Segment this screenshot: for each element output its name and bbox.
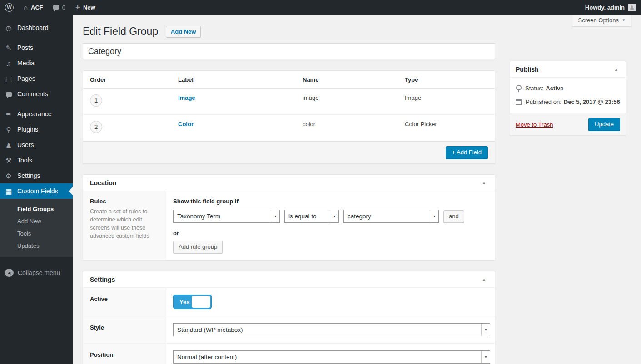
sidebar-item-media[interactable]: ♫ Media (0, 55, 73, 71)
sidebar-item-label: Posts (17, 44, 33, 51)
gear-icon: ⚙ (4, 172, 13, 179)
field-order-handle[interactable]: 2 (90, 121, 102, 133)
style-select[interactable]: Standard (WP metabox) (173, 323, 490, 336)
rule-param-select[interactable]: Taxonomy Term (173, 210, 280, 223)
add-field-button[interactable]: + Add Field (446, 146, 488, 159)
sidebar-item-label: Custom Fields (17, 187, 58, 195)
sidebar-item-label: Dashboard (17, 24, 49, 31)
submenu-item-tools[interactable]: Tools (0, 227, 73, 239)
position-select[interactable]: Normal (after content) (173, 350, 490, 364)
publish-title: Publish (516, 66, 539, 73)
admin-sidebar: ◴ Dashboard ✎ Posts ♫ Media ▤ Pages Comm… (0, 15, 73, 364)
position-setting-label: Position (83, 344, 166, 364)
column-header-label: Label (174, 71, 299, 89)
sidebar-item-label: Tools (17, 157, 32, 164)
location-title: Location (90, 179, 116, 187)
style-setting-label: Style (83, 316, 166, 343)
rule-operator-select[interactable]: is equal to (284, 210, 339, 223)
move-to-trash-link[interactable]: Move to Trash (516, 121, 553, 128)
collapse-panel-icon[interactable]: ▲ (612, 65, 620, 74)
toggle-on-label: Yes (179, 299, 189, 305)
settings-postbox: Settings ▲ Active Yes Style (83, 271, 495, 364)
column-header-name: Name (299, 71, 401, 89)
screen-options-tab[interactable]: Screen Options ▼ (572, 15, 631, 27)
sidebar-item-appearance[interactable]: ✒ Appearance (0, 106, 73, 122)
location-postbox: Location ▲ Rules Create a set of rules t… (83, 174, 495, 261)
add-and-rule-button[interactable]: and (443, 210, 464, 223)
table-row: 1 Image image Image (83, 89, 495, 115)
collapse-menu-label: Collapse menu (18, 269, 60, 276)
field-name: color (299, 115, 401, 141)
comments-count: 0 (62, 4, 65, 11)
field-order-handle[interactable]: 1 (90, 94, 102, 107)
sidebar-item-plugins[interactable]: ⚲ Plugins (0, 122, 73, 137)
sidebar-item-comments[interactable]: Comments (0, 86, 73, 102)
site-name-label: ACF (31, 4, 43, 11)
update-button[interactable]: Update (588, 118, 620, 131)
collapse-panel-icon[interactable]: ▲ (480, 275, 488, 284)
wp-logo-menu[interactable]: W (0, 0, 19, 15)
comments-menu[interactable]: 0 (48, 0, 70, 15)
collapse-menu-button[interactable]: ◀ Collapse menu (0, 265, 73, 280)
sidebar-item-label: Plugins (17, 126, 38, 133)
howdy-label: Howdy, admin (585, 4, 625, 11)
sidebar-item-label: Settings (17, 172, 40, 179)
column-header-type: Type (401, 71, 495, 89)
rules-description: Create a set of rules to determine which… (90, 207, 159, 241)
field-type: Color Picker (401, 115, 495, 141)
screen-options-label: Screen Options (578, 17, 619, 24)
fields-postbox: Order Label Name Type 1 Image image (83, 70, 495, 164)
comments-bubble-icon (4, 91, 13, 98)
rules-title: Rules (90, 198, 159, 205)
field-label-link[interactable]: Color (178, 121, 194, 128)
submenu-item-field-groups[interactable]: Field Groups (0, 202, 73, 215)
sidebar-item-pages[interactable]: ▤ Pages (0, 71, 73, 86)
sidebar-item-settings[interactable]: ⚙ Settings (0, 168, 73, 183)
calendar-icon (516, 99, 522, 105)
sidebar-item-custom-fields[interactable]: ▦ Custom Fields (0, 183, 73, 199)
submenu-item-add-new[interactable]: Add New (0, 215, 73, 227)
plus-icon: + (75, 3, 80, 11)
sidebar-item-label: Media (17, 59, 35, 67)
field-name: image (299, 89, 401, 115)
collapse-panel-icon[interactable]: ▲ (480, 179, 488, 187)
new-label: New (83, 4, 95, 11)
site-name-menu[interactable]: ⌂ ACF (19, 0, 48, 15)
add-rule-group-button[interactable]: Add rule group (173, 241, 223, 253)
add-new-button[interactable]: Add New (166, 26, 201, 38)
column-header-order: Order (83, 71, 174, 89)
sidebar-item-dashboard[interactable]: ◴ Dashboard (0, 20, 73, 35)
table-row: 2 Color color Color Picker (83, 115, 495, 141)
main-content: Edit Field Group Add New Order Label Nam… (73, 15, 641, 364)
brush-icon: ✒ (4, 111, 13, 118)
sidebar-item-tools[interactable]: ⚒ Tools (0, 152, 73, 168)
my-account-menu[interactable]: Howdy, admin ♟ (580, 0, 641, 15)
wrench-icon: ⚒ (4, 157, 13, 164)
sidebar-item-posts[interactable]: ✎ Posts (0, 40, 73, 55)
rule-value-select[interactable]: category (343, 210, 439, 223)
status-label: Status: (525, 85, 543, 92)
field-type: Image (401, 89, 495, 115)
comments-bubble-icon (53, 5, 59, 10)
submenu-item-updates[interactable]: Updates (0, 239, 73, 251)
new-content-menu[interactable]: + New (70, 0, 100, 15)
wordpress-logo-icon: W (5, 3, 14, 12)
publish-postbox: Publish ▲ Status: Active Published on: D… (510, 61, 626, 136)
sidebar-item-label: Appearance (17, 110, 52, 118)
pushpin-icon: ✎ (4, 44, 13, 51)
field-group-title-input[interactable] (83, 43, 495, 59)
status-value: Active (546, 85, 563, 92)
sidebar-item-label: Pages (17, 75, 35, 82)
status-pin-icon (516, 84, 521, 92)
published-on-value: Dec 5, 2017 @ 23:56 (564, 98, 620, 105)
active-toggle[interactable]: Yes (173, 295, 212, 309)
admin-bar: W ⌂ ACF 0 + New Howdy, admin ♟ (0, 0, 641, 15)
sidebar-item-label: Users (17, 141, 34, 148)
published-on-label: Published on: (526, 98, 561, 105)
dashboard-icon: ◴ (4, 25, 13, 31)
sidebar-item-users[interactable]: ♟ Users (0, 137, 73, 152)
or-label: or (173, 230, 488, 236)
field-label-link[interactable]: Image (178, 94, 195, 101)
page-title: Edit Field Group (83, 25, 158, 38)
pages-icon: ▤ (4, 75, 13, 82)
